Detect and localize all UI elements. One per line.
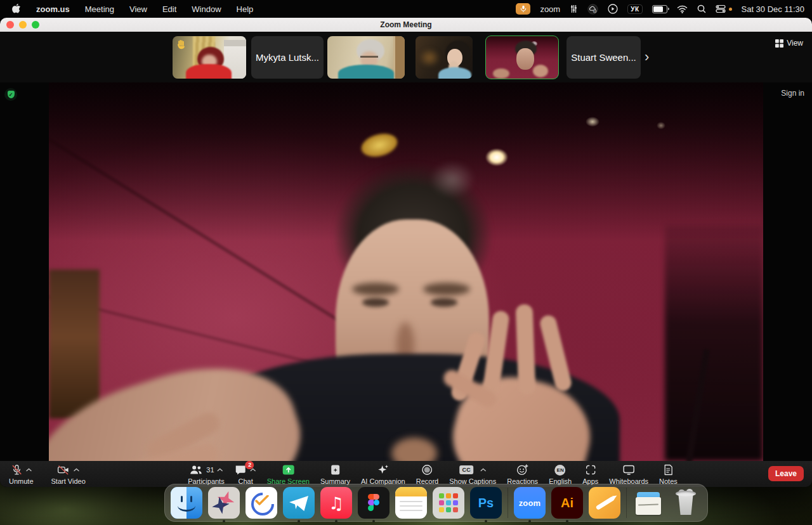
summary-button[interactable]: Summary bbox=[320, 464, 350, 485]
sign-in-link[interactable]: Sign in bbox=[781, 89, 804, 98]
window-title-bar: Zoom Meeting bbox=[0, 18, 812, 32]
participants-icon bbox=[189, 465, 203, 476]
participant-tile-video-2[interactable] bbox=[327, 36, 405, 79]
menu-meeting[interactable]: Meeting bbox=[85, 4, 114, 14]
trash-icon[interactable] bbox=[670, 487, 702, 519]
apple-music-icon[interactable]: ♫ bbox=[320, 487, 352, 519]
meeting-toolbar: Unmute Start Video bbox=[0, 461, 812, 487]
chat-button[interactable]: 2 Chat bbox=[235, 464, 256, 485]
unmute-options-chevron[interactable] bbox=[26, 468, 32, 472]
control-center-icon[interactable] bbox=[716, 4, 726, 13]
figma-icon[interactable] bbox=[358, 487, 390, 519]
strip-next-chevron-icon[interactable]: › bbox=[645, 51, 649, 63]
whiteboards-button[interactable]: Whiteboards bbox=[609, 464, 648, 485]
apple-menu-icon[interactable] bbox=[11, 4, 21, 15]
view-button-label: View bbox=[787, 39, 803, 48]
summary-icon bbox=[330, 464, 341, 476]
unmute-button[interactable]: Unmute bbox=[9, 464, 34, 485]
main-video bbox=[49, 82, 763, 461]
zoom-meeting-window: Zoom Meeting Mykyta Lutsk... bbox=[0, 18, 812, 487]
launchpad-icon[interactable] bbox=[433, 487, 464, 519]
apple-notes-icon[interactable] bbox=[395, 487, 427, 519]
notes-icon bbox=[663, 464, 673, 476]
participant-video-2 bbox=[327, 36, 405, 79]
menu-zoom-us[interactable]: zoom.us bbox=[36, 4, 70, 14]
participant-tile-video-3[interactable] bbox=[416, 36, 473, 79]
mic-muted-icon bbox=[11, 464, 23, 476]
chat-options-chevron[interactable] bbox=[251, 468, 256, 472]
recording-status-dot bbox=[729, 8, 732, 11]
view-button[interactable]: View bbox=[771, 37, 807, 49]
apps-icon bbox=[585, 464, 596, 476]
participant-name: Stuart Sween... bbox=[571, 52, 636, 63]
reactions-button[interactable]: Reactions bbox=[507, 464, 538, 485]
record-icon bbox=[421, 464, 433, 476]
documents-folder-icon[interactable] bbox=[632, 487, 664, 519]
illustrator-icon[interactable]: Ai bbox=[551, 487, 583, 519]
pages-icon[interactable] bbox=[589, 487, 620, 519]
cloud-app-icon[interactable]: 6 bbox=[587, 4, 598, 15]
participants-count: 31 bbox=[206, 466, 214, 474]
active-speaker-video bbox=[486, 36, 558, 79]
share-screen-button[interactable]: Share Screen bbox=[267, 464, 310, 485]
participants-options-chevron[interactable] bbox=[218, 468, 223, 472]
play-circle-icon[interactable] bbox=[608, 4, 618, 14]
record-button[interactable]: Record bbox=[416, 464, 438, 485]
mic-in-use-indicator[interactable] bbox=[516, 3, 530, 15]
svg-text:6: 6 bbox=[594, 10, 596, 12]
creative-stars-app-icon[interactable] bbox=[208, 487, 240, 519]
video-options-chevron[interactable] bbox=[74, 468, 79, 472]
apps-button[interactable]: Apps bbox=[582, 464, 598, 485]
macos-menu-bar: zoom.us Meeting View Edit Window Help zo… bbox=[0, 0, 812, 18]
menu-extra-icon[interactable] bbox=[570, 4, 578, 13]
desktop: zoom.us Meeting View Edit Window Help zo… bbox=[0, 0, 812, 525]
captions-options-chevron[interactable] bbox=[480, 468, 486, 472]
reactions-smiley-icon bbox=[516, 464, 528, 476]
menu-help[interactable]: Help bbox=[237, 4, 254, 14]
participant-thumbnail-strip: Mykyta Lutsk... bbox=[0, 32, 812, 82]
input-source-badge[interactable]: УК bbox=[627, 4, 642, 14]
ticktick-icon[interactable] bbox=[246, 487, 277, 519]
interpretation-language-button[interactable]: EN English bbox=[549, 464, 572, 485]
zoom-app-icon[interactable]: zoom bbox=[514, 487, 546, 519]
participant-tile-name-stuart[interactable]: Stuart Sween... bbox=[566, 36, 641, 79]
telegram-icon[interactable] bbox=[283, 487, 315, 519]
finder-icon[interactable] bbox=[171, 487, 202, 519]
main-stage: ✓ Sign in bbox=[0, 82, 812, 461]
share-screen-icon bbox=[282, 464, 295, 476]
menu-window[interactable]: Window bbox=[192, 4, 221, 14]
running-indicator bbox=[335, 520, 337, 522]
leave-button[interactable]: Leave bbox=[768, 466, 804, 481]
running-indicator bbox=[372, 520, 375, 522]
photoshop-icon[interactable]: Ps bbox=[470, 487, 502, 519]
running-indicator bbox=[485, 520, 487, 522]
encryption-shield-icon[interactable]: ✓ bbox=[4, 88, 17, 101]
menubar-zoom-label[interactable]: zoom bbox=[540, 4, 560, 14]
view-grid-icon bbox=[775, 39, 783, 48]
start-video-label: Start Video bbox=[51, 477, 86, 485]
participant-name: Mykyta Lutsk... bbox=[256, 52, 319, 63]
ceiling-light bbox=[485, 148, 508, 166]
ai-companion-icon bbox=[377, 464, 389, 476]
chat-icon: 2 bbox=[235, 465, 247, 476]
show-captions-button[interactable]: CC Show Captions bbox=[449, 464, 496, 485]
window-title: Zoom Meeting bbox=[0, 20, 812, 29]
macos-dock: ♫ Ps zoom bbox=[164, 484, 708, 522]
notes-button[interactable]: Notes bbox=[659, 464, 678, 485]
ai-companion-button[interactable]: AI Companion bbox=[361, 464, 405, 485]
participant-tile-active-speaker[interactable] bbox=[486, 36, 558, 79]
running-indicator bbox=[298, 520, 300, 522]
menubar-datetime[interactable]: Sat 30 Dec 11:30 bbox=[742, 4, 805, 14]
video-off-icon bbox=[57, 464, 70, 476]
spotlight-search-icon[interactable] bbox=[697, 4, 706, 13]
start-video-button[interactable]: Start Video bbox=[51, 464, 86, 485]
wifi-icon[interactable] bbox=[677, 5, 688, 13]
unmute-label: Unmute bbox=[9, 477, 34, 485]
menu-view[interactable]: View bbox=[129, 4, 147, 14]
participants-button[interactable]: 31 Participants bbox=[188, 464, 224, 485]
menu-edit[interactable]: Edit bbox=[162, 4, 176, 14]
dock-divider bbox=[508, 488, 508, 518]
battery-indicator[interactable] bbox=[652, 5, 667, 13]
participant-tile-name-mykyta[interactable]: Mykyta Lutsk... bbox=[251, 36, 324, 79]
participant-tile-video-1[interactable] bbox=[173, 36, 246, 79]
